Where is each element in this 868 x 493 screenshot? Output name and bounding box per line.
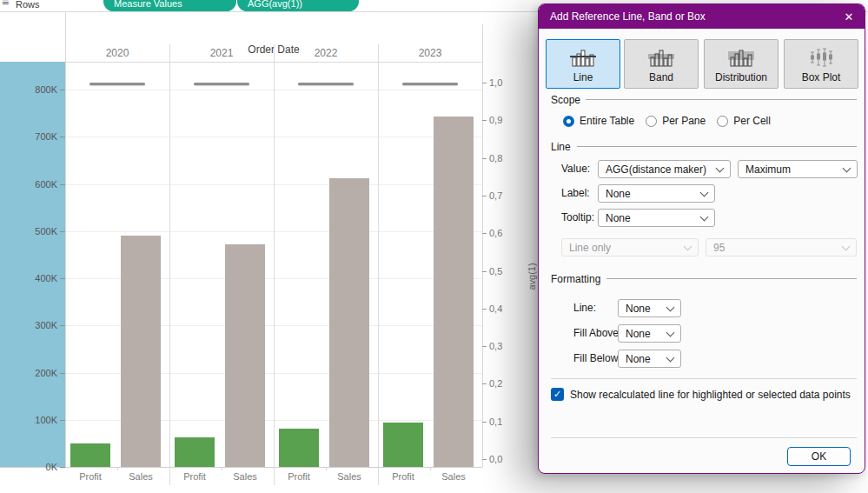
radio-label: Per Cell xyxy=(733,115,771,127)
profit-bar[interactable] xyxy=(70,443,110,467)
fill-below-label: Fill Below: xyxy=(573,352,621,364)
type-button-band[interactable]: Band xyxy=(624,39,699,89)
axis-tick xyxy=(482,233,487,234)
measure-label[interactable]: Profit xyxy=(64,471,116,482)
axis-tick xyxy=(482,196,487,197)
axis-tick xyxy=(60,278,65,279)
close-icon[interactable]: ✕ xyxy=(841,9,857,24)
sales-bar[interactable] xyxy=(225,244,265,467)
line-style-text: Line only xyxy=(569,242,611,254)
ok-button[interactable]: OK xyxy=(787,447,851,466)
type-button-distribution[interactable]: Distribution xyxy=(704,39,779,89)
dialog-title: Add Reference Line, Band or Box xyxy=(550,10,706,23)
value-combobox[interactable]: AGG(distance maker) xyxy=(598,160,731,178)
measure-label[interactable]: Profit xyxy=(377,471,429,482)
row-header-border xyxy=(65,12,66,467)
axis-tick xyxy=(482,271,487,272)
axis-tick xyxy=(60,90,65,90)
axis-tick xyxy=(60,420,65,421)
profit-bar[interactable] xyxy=(175,437,215,467)
right-axis-tick-label: 1,0 xyxy=(489,77,517,88)
axis-tick xyxy=(60,231,65,232)
reference-line[interactable] xyxy=(89,83,145,85)
band-chart-icon xyxy=(648,47,674,68)
year-label[interactable]: 2023 xyxy=(378,47,482,59)
line-rule xyxy=(577,146,857,147)
fill-below-text: None xyxy=(626,353,651,365)
menu-icon[interactable]: ≡ xyxy=(2,0,9,9)
axis-tick xyxy=(326,467,327,470)
pane-right-border xyxy=(482,24,483,467)
reference-line[interactable] xyxy=(194,83,249,85)
distribution-chart-icon xyxy=(728,47,754,68)
left-axis-tick-label: 300K xyxy=(0,320,57,330)
sales-bar[interactable] xyxy=(329,178,369,467)
format-line-combobox[interactable]: None xyxy=(618,299,681,317)
fill-above-combobox[interactable]: None xyxy=(618,324,681,343)
year-label[interactable]: 2022 xyxy=(274,47,378,59)
value-label: Value: xyxy=(561,163,590,175)
aggregation-combobox[interactable]: Maximum xyxy=(738,160,858,178)
measure-label[interactable]: Sales xyxy=(427,471,480,482)
chevron-down-icon xyxy=(842,242,851,250)
axis-tick xyxy=(482,120,487,121)
axis-tick xyxy=(430,467,431,470)
label-combobox-text: None xyxy=(606,188,631,200)
sales-bar[interactable] xyxy=(121,236,161,467)
left-axis-tick-label: 0K xyxy=(0,462,57,472)
right-axis-tick-label: 0,4 xyxy=(489,303,517,314)
tooltip-combobox-text: None xyxy=(606,212,631,224)
formatting-rule xyxy=(606,278,857,279)
type-button-label: Box Plot xyxy=(802,71,841,83)
recalculated-line-label: Show recalculated line for highlighted o… xyxy=(570,389,851,401)
measure-label[interactable]: Profit xyxy=(273,471,325,482)
reference-line[interactable] xyxy=(402,83,458,85)
year-label[interactable]: 2021 xyxy=(169,47,274,59)
axis-tick xyxy=(60,137,65,137)
right-axis-title[interactable]: avg(1) xyxy=(527,190,537,363)
tooltip-combobox[interactable]: None xyxy=(598,209,715,227)
right-axis-tick-label: 0,8 xyxy=(489,153,517,163)
pane-separator xyxy=(378,44,379,485)
chevron-down-icon xyxy=(843,163,851,172)
radio-icon xyxy=(717,116,728,127)
chevron-down-icon xyxy=(700,212,709,221)
axis-tick xyxy=(60,325,65,326)
value-axis-highlight[interactable] xyxy=(0,62,65,467)
left-axis-tick-label: 100K xyxy=(0,415,57,425)
left-axis-tick-label: 200K xyxy=(0,368,57,378)
year-label[interactable]: 2020 xyxy=(65,47,169,59)
right-axis-tick-label: 0,6 xyxy=(489,228,517,238)
measure-label[interactable]: Sales xyxy=(323,471,375,482)
rows-shelf-label: Rows xyxy=(16,0,40,10)
axis-tick xyxy=(482,383,487,384)
dialog-title-bar[interactable]: Add Reference Line, Band or Box xyxy=(539,4,865,29)
axis-tick xyxy=(60,184,65,185)
measure-label[interactable]: Profit xyxy=(169,471,221,482)
right-axis-tick-label: 0,3 xyxy=(489,341,517,351)
chevron-down-icon xyxy=(666,353,675,362)
format-line-text: None xyxy=(626,303,651,315)
chevron-down-icon xyxy=(684,242,692,250)
radio-per-cell[interactable]: Per Cell xyxy=(717,115,771,127)
radio-per-pane[interactable]: Per Pane xyxy=(646,115,706,127)
measure-label[interactable]: Sales xyxy=(219,471,271,482)
shelf-pill[interactable]: Measure Values xyxy=(103,0,236,11)
shelf-pill[interactable]: AGG(avg(1)) xyxy=(237,0,359,11)
type-button-line[interactable]: Line xyxy=(546,39,620,89)
chevron-down-icon xyxy=(716,163,725,172)
radio-label: Entire Table xyxy=(580,115,634,127)
profit-bar[interactable] xyxy=(383,423,423,468)
recalculated-line-checkbox[interactable]: ✓ xyxy=(551,388,564,401)
sales-bar[interactable] xyxy=(434,117,474,467)
line-style-combobox-disabled: Line only xyxy=(561,238,699,256)
fill-below-combobox[interactable]: None xyxy=(618,350,681,368)
profit-bar[interactable] xyxy=(279,429,319,468)
left-axis-tick-label: 700K xyxy=(0,131,57,142)
right-axis-tick-label: 0,2 xyxy=(489,378,517,389)
radio-entire-table[interactable]: Entire Table xyxy=(563,115,634,127)
reference-line[interactable] xyxy=(298,83,354,85)
type-button-box-plot[interactable]: Box Plot xyxy=(784,39,858,89)
label-combobox[interactable]: None xyxy=(598,184,715,203)
measure-label[interactable]: Sales xyxy=(115,471,167,482)
